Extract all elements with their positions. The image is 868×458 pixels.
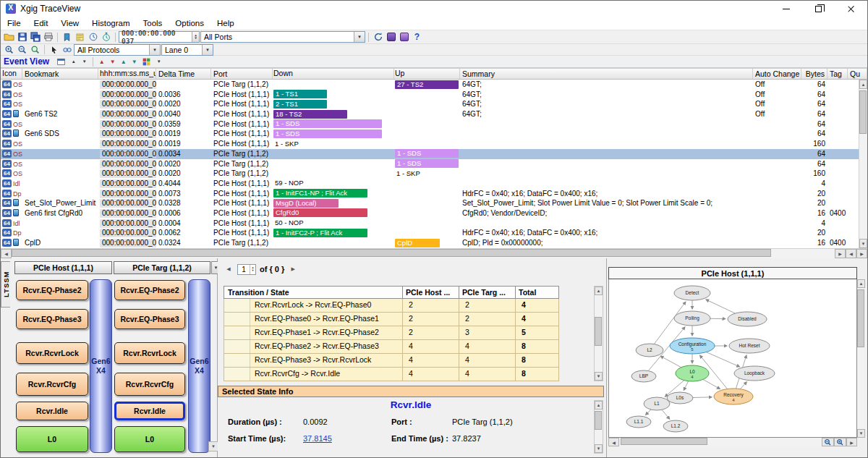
trace-row[interactable]: 64CplD000:00:00.000_0380.0324PCIe Targ (… [1,238,867,248]
transition-row[interactable]: Rcvr.EQ-Phase2 -> Rcvr.EQ-Phase3448 [224,340,559,354]
diagram-zoom-out-icon[interactable] [822,438,834,446]
menu-file[interactable]: File [1,17,27,29]
scroll-right-icon[interactable]: ▶ [846,438,857,446]
ltssm-tab[interactable]: LTSSM [1,261,10,308]
ltssm-node-l2[interactable]: L2 [636,344,663,357]
transition-row[interactable]: Rcvr.RcvrCfg -> Rcvr.Idle448 [224,368,559,381]
clock-icon[interactable] [87,31,99,43]
menu-histogram[interactable]: Histogram [85,17,136,29]
collapse-view-icon[interactable]: ▲ [69,56,78,67]
prev-marker-icon[interactable]: ▲ [97,56,106,67]
scroll-thumb[interactable] [595,317,602,346]
transition-col-header-0[interactable]: Transition / State [224,286,403,299]
transition-scrollbar[interactable]: ▲ ▼ [594,286,603,381]
expand-view-icon[interactable]: ▼ [80,56,89,67]
ltssm-state-host-rcvr-rcvrcfg[interactable]: Rcvr.RcvrCfg [16,373,88,396]
scroll-track[interactable] [595,295,603,372]
ltssm-state-host-rcvr-eq-phase2[interactable]: Rcvr.EQ-Phase2 [16,280,88,300]
trace-h-scrollbar[interactable]: ◀ ▶ ◀ ▶ [1,248,867,258]
scroll-thumb[interactable] [857,289,864,347]
detach-view-icon[interactable] [55,56,67,67]
prev-page-icon[interactable]: ◀ [224,264,234,274]
find-icon[interactable] [61,44,73,56]
ltssm-state-targ-rcvr-eq-phase3[interactable]: Rcvr.EQ-Phase3 [114,309,185,329]
v-scroll-thumb[interactable] [859,90,867,134]
menu-tools[interactable]: Tools [136,17,169,29]
diagram-v-scrollbar[interactable]: ▲ ▼ [857,279,866,438]
page-spin-arrows[interactable]: ▲▼ [250,265,255,274]
ltssm-node-l1-2[interactable]: L1.2 [663,420,688,432]
column-header-summary[interactable]: Summary [460,69,753,79]
trace-row[interactable]: 64OS000:00:00.000_0370.0020PCIe Targ (1,… [1,169,867,179]
ltssm-state-host-l0[interactable]: L0 [16,426,88,452]
info-scrollbar[interactable]: ▲ ▼ [594,400,603,454]
ltssm-state-host-rcvr-idle[interactable]: Rcvr.Idle [16,402,88,420]
ltssm-node-recovery[interactable]: Recovery4 [714,389,753,404]
column-header-down[interactable]: Down [273,69,394,79]
spin-down-icon[interactable]: ▼ [195,37,197,40]
ltssm-node-l0s[interactable]: L0s [667,392,693,404]
trace-row[interactable]: 64Gen6 TS2000:00:00.000_0370.0040PCIe Ho… [1,109,867,119]
menu-options[interactable]: Options [169,17,210,29]
stopwatch-icon[interactable] [100,31,112,43]
scroll-left-icon[interactable]: ◀ [608,438,619,446]
h-scroll-thumb[interactable] [12,249,771,257]
trace-row[interactable]: 64OS000:00:00.000_0370.0020PCIe Targ (1,… [1,159,867,169]
diagram-h-scrollbar[interactable]: ◀ ▶ [608,438,857,447]
ltssm-node-polling[interactable]: Polling [674,311,710,326]
column-header-qu[interactable]: Qu [848,69,867,79]
resync-icon[interactable] [372,31,384,43]
column-header-hhh-mm-ss-ms-us[interactable]: hhh:mm:ss.ms_us [98,69,156,79]
trace-row[interactable]: 64Dp000:00:00.000_0380.0062PCIe Host (1,… [1,228,867,238]
trace-row[interactable]: 64Idl000:00:00.000_0380.4044PCIe Host (1… [1,179,867,189]
cap-settings-icon[interactable] [398,31,410,43]
trace-v-scrollbar[interactable]: ▲ ▼ [859,80,867,248]
ltssm-state-targ-rcvr-eq-phase2[interactable]: Rcvr.EQ-Phase2 [114,280,185,300]
bookmark-icon[interactable] [61,31,73,43]
pointer-icon[interactable] [48,44,60,56]
transition-row[interactable]: Rcvr.EQ-Phase1 -> Rcvr.EQ-Phase2235 [224,326,559,340]
transition-row[interactable]: Rcvr.RcvrLock -> Rcvr.EQ-Phase0224 [224,299,559,313]
note-icon[interactable] [74,31,86,43]
column-header-auto-change[interactable]: Auto Change [753,69,801,79]
color-filter-icon[interactable] [140,56,153,67]
time-display-field[interactable]: 000:00:00.000 037 ▲▼ [119,31,200,43]
menu-help[interactable]: Help [210,17,241,29]
ltssm-node-lbp[interactable]: LBP [631,370,656,382]
scroll-up-icon[interactable]: ▲ [857,279,865,288]
transition-col-header-1[interactable]: PCIe Host ... [403,286,459,299]
v-scroll-track[interactable] [859,89,867,239]
protocols-dropdown[interactable]: All Protocols ▼ [74,44,161,56]
ltssm-state-targ-l0[interactable]: L0 [114,426,185,452]
scroll-thumb[interactable] [621,438,707,445]
ltssm-state-targ-rcvr-rcvrlock[interactable]: Rcvr.RcvrLock [114,342,185,364]
ltssm-node-l1-1[interactable]: L1.1 [626,416,651,428]
ports-dropdown[interactable]: All Ports ▼ [200,31,365,43]
save-icon[interactable] [16,31,28,43]
next-page-icon[interactable]: ▶ [288,264,298,274]
scroll-thumb[interactable] [595,411,602,430]
ltssm-node-configuration[interactable]: Configuration5 [670,338,715,354]
column-header-bytes[interactable]: Bytes [801,69,827,79]
transition-row[interactable]: Rcvr.EQ-Phase3 -> Rcvr.RcvrLock448 [224,354,559,368]
time-spinner[interactable]: ▲▼ [192,32,199,42]
trace-row[interactable]: 64OS000:00:00.000_037PCIe Targ (1,1,2)27… [1,80,867,90]
scroll-track[interactable] [857,288,866,429]
ltssm-node-hot-reset[interactable]: Hot Reset [729,339,770,353]
next-trigger-icon[interactable]: ▼ [129,56,139,67]
scroll-track[interactable] [619,438,822,447]
scroll-down-icon[interactable]: ▼ [859,239,867,248]
scroll-down-icon[interactable]: ▼ [857,429,865,438]
ltssm-state-host-rcvr-rcvrlock[interactable]: Rcvr.RcvrLock [16,342,88,364]
trace-row[interactable]: 64OS000:00:00.000_0370.0036PCIe Host (1,… [1,90,867,100]
page-spinner[interactable]: 1 ▲▼ [237,264,256,275]
scroll-track[interactable] [595,410,603,444]
start-time-link[interactable]: 37.8145 [303,434,332,443]
column-header-port[interactable]: Port [211,69,273,79]
prev-trigger-icon[interactable]: ▲ [119,56,128,67]
restore-button[interactable] [802,1,835,17]
minimize-button[interactable] [770,1,802,17]
ltssm-node-l1[interactable]: L1 [644,397,670,410]
trace-row[interactable]: 64Idl000:00:00.000_0380.0004PCIe Host (1… [1,219,867,229]
diagram-port-header[interactable]: PCIe Host (1,1,1) [608,267,857,279]
